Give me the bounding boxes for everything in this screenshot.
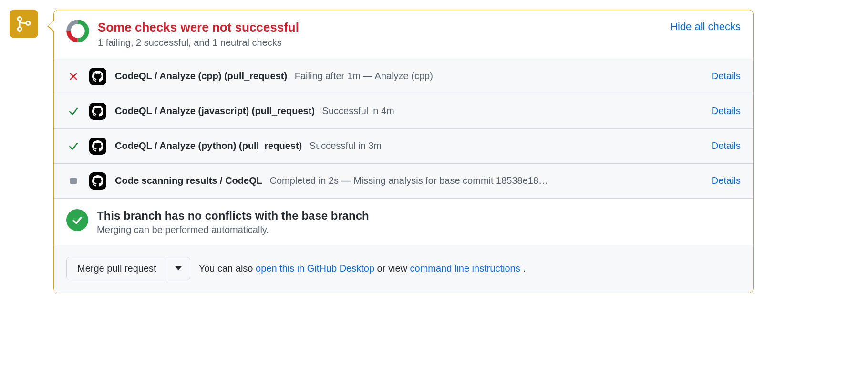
open-desktop-link[interactable]: open this in GitHub Desktop	[256, 263, 374, 274]
check-name: CodeQL / Analyze (cpp) (pull_request)	[115, 71, 287, 81]
checks-card: Some checks were not successful 1 failin…	[53, 10, 754, 293]
status-neutral-icon	[66, 178, 81, 184]
checks-subtitle: 1 failing, 2 successful, and 1 neutral c…	[98, 37, 670, 48]
status-fail-icon	[66, 72, 81, 81]
merge-actions: Merge pull request You can also open thi…	[54, 245, 753, 293]
check-row: CodeQL / Analyze (cpp) (pull_request) Fa…	[54, 59, 753, 94]
check-row: CodeQL / Analyze (javascript) (pull_requ…	[54, 94, 753, 129]
check-name: CodeQL / Analyze (javascript) (pull_requ…	[115, 106, 315, 116]
github-avatar-icon	[89, 138, 106, 155]
status-success-icon	[66, 106, 81, 116]
checks-header-text: Some checks were not successful 1 failin…	[98, 20, 670, 48]
check-details-link[interactable]: Details	[712, 175, 741, 186]
git-merge-icon	[15, 15, 32, 32]
github-avatar-icon	[89, 68, 106, 85]
check-text: Code scanning results / CodeQL Completed…	[115, 175, 703, 186]
merge-button-group: Merge pull request	[66, 257, 190, 280]
hint-prefix: You can also	[199, 263, 256, 274]
merge-button[interactable]: Merge pull request	[67, 257, 167, 280]
check-meta: Successful in 3m	[310, 140, 382, 151]
cli-instructions-link[interactable]: command line instructions	[410, 263, 520, 274]
github-avatar-icon	[89, 172, 106, 190]
git-merge-badge	[10, 10, 38, 38]
hint-suffix: .	[523, 263, 526, 274]
merge-ok-icon	[66, 209, 88, 231]
check-meta: Completed in 2s — Missing analysis for b…	[270, 175, 548, 186]
github-avatar-icon	[89, 103, 106, 120]
check-meta: Successful in 4m	[322, 106, 394, 116]
hint-middle: or view	[377, 263, 410, 274]
check-name: CodeQL / Analyze (python) (pull_request)	[115, 140, 302, 151]
check-row: Code scanning results / CodeQL Completed…	[54, 164, 753, 198]
timeline-badge-column	[10, 10, 38, 38]
merge-hint: You can also open this in GitHub Desktop…	[199, 263, 526, 274]
merge-status-title: This branch has no conflicts with the ba…	[97, 209, 369, 222]
check-row: CodeQL / Analyze (python) (pull_request)…	[54, 129, 753, 164]
status-success-icon	[66, 141, 81, 151]
check-meta: Failing after 1m — Analyze (cpp)	[295, 71, 433, 81]
merge-status: This branch has no conflicts with the ba…	[54, 198, 753, 245]
check-details-link[interactable]: Details	[712, 106, 741, 116]
status-donut-icon	[66, 20, 89, 42]
check-text: CodeQL / Analyze (cpp) (pull_request) Fa…	[115, 71, 703, 82]
merge-dropdown-button[interactable]	[167, 257, 190, 280]
check-text: CodeQL / Analyze (javascript) (pull_requ…	[115, 106, 703, 116]
hide-checks-link[interactable]: Hide all checks	[670, 21, 741, 33]
check-name: Code scanning results / CodeQL	[115, 175, 262, 186]
checks-header: Some checks were not successful 1 failin…	[54, 10, 753, 59]
caret-down-icon	[175, 266, 182, 271]
checks-list: CodeQL / Analyze (cpp) (pull_request) Fa…	[54, 59, 753, 198]
pr-checks-panel: Some checks were not successful 1 failin…	[10, 10, 754, 293]
merge-status-text: This branch has no conflicts with the ba…	[97, 209, 369, 235]
check-details-link[interactable]: Details	[712, 140, 741, 151]
merge-status-subtitle: Merging can be performed automatically.	[97, 224, 369, 235]
check-details-link[interactable]: Details	[712, 71, 741, 82]
check-text: CodeQL / Analyze (python) (pull_request)…	[115, 140, 703, 151]
checks-title: Some checks were not successful	[98, 20, 670, 35]
